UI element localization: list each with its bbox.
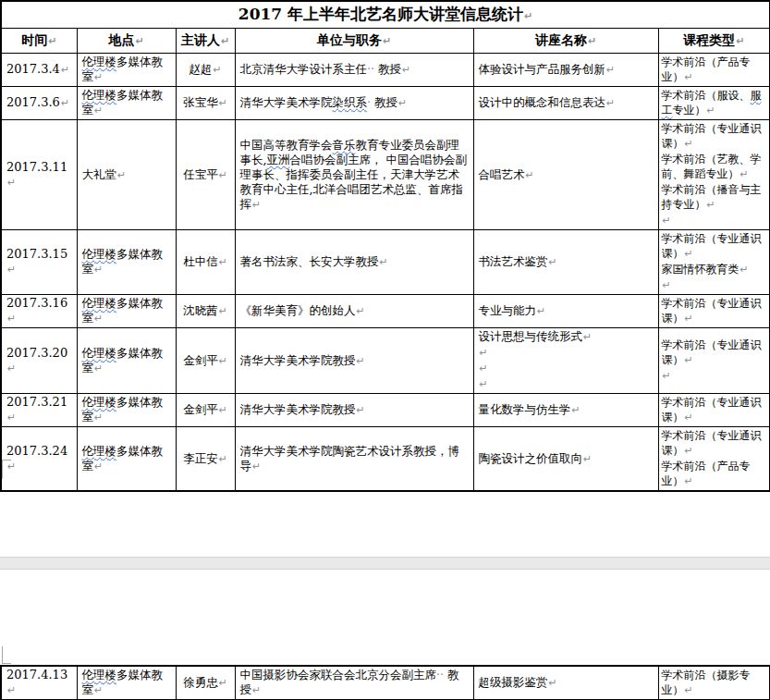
cell-time[interactable]: 2017.3.16↵ (1, 295, 77, 328)
cell-lecture[interactable]: 超级摄影鉴赏↵ (473, 666, 658, 700)
cell-course[interactable]: 学术前沿（服设、服工专业）↵ (658, 87, 770, 120)
cell-time[interactable]: 2017.3.24↵ (1, 427, 77, 492)
cell-time[interactable]: 2017.4.13↵ (1, 666, 77, 700)
cell-time[interactable]: 2017.3.6↵ (1, 87, 77, 120)
return-mark: ↵ (685, 411, 693, 424)
cell-place[interactable]: 伦理楼多媒体教室↵ (77, 427, 176, 492)
text-run: 清华大学美术学院 (240, 95, 333, 109)
cell-speaker[interactable]: 李正安↵ (176, 427, 235, 492)
cell-speaker[interactable]: 沈晓茜↵ (176, 295, 235, 328)
cell-speaker[interactable]: 张宝华↵ (176, 87, 235, 120)
cell-unit[interactable]: 清华大学美术学院教授↵ (235, 394, 473, 427)
return-mark: ↵ (398, 97, 407, 109)
paragraph: 著名书法家、长安大学教授↵ (240, 254, 470, 270)
cell-time[interactable]: 2017.3.15↵ (1, 230, 77, 295)
cell-course[interactable]: 学术前沿（专业通识课）↵学术前沿（产品专业）↵ (658, 427, 770, 492)
paragraph: 量化数学与仿生学↵ (479, 402, 654, 418)
text-run: 2017.3.15 (6, 247, 67, 261)
text-run: 体验设计与产品服务创新 (479, 62, 606, 76)
table-header-row: 时间↵地点↵主讲人↵单位与职务↵讲座名称↵课程类型↵ (1, 29, 770, 54)
cell-unit[interactable]: 中国高等教育学会音乐教育专业委员会副理事长,亚洲合唱协会副主席， 中国合唱协会副… (235, 120, 473, 230)
return-mark: ↵ (685, 138, 693, 150)
cell-course[interactable]: 学术前沿（专业通识课）↵↵ (658, 328, 770, 394)
paragraph: 伦理楼多媒体教室↵ (82, 668, 172, 698)
cell-place[interactable]: 伦理楼多媒体教室↵ (77, 230, 176, 295)
text-run: 学术前沿（摄影专业） (662, 669, 751, 696)
text-boundary-mark-top (2, 460, 11, 479)
paragraph: 伦理楼多媒体教室↵ (82, 346, 172, 376)
cell-lecture[interactable]: 体验设计与产品服务创新↵ (473, 54, 658, 87)
text-run: 李正安 (183, 451, 218, 465)
return-mark: ↵ (94, 71, 103, 83)
return-mark: ↵ (685, 313, 693, 325)
cell-lecture[interactable]: 陶瓷设计之价值取向↵ (473, 427, 658, 492)
cell-time[interactable]: 2017.3.4↵ (1, 54, 77, 87)
text-run: 2017.3.6 (6, 95, 60, 109)
paragraph: ↵ (662, 277, 767, 293)
cell-course[interactable]: 学术前沿（专业通识课）↵ (658, 394, 770, 427)
cell-unit[interactable]: 著名书法家、长安大学教授↵ (235, 230, 473, 295)
text-run: 教授 (378, 62, 401, 76)
return-mark: ↵ (663, 370, 671, 382)
text-run: 家国情怀教育类 (662, 263, 739, 276)
column-header-course[interactable]: 课程类型↵ (658, 29, 770, 54)
paragraph: 2017.3.16↵ (6, 296, 73, 326)
cell-unit[interactable]: 北京清华大学设计系主任·· 教授↵ (235, 54, 473, 87)
cell-unit[interactable]: 中国摄影协会家联合会北京分会副主席·· 教授↵ (235, 666, 473, 700)
cell-lecture[interactable]: 设计思想与传统形式↵↵↵↵ (473, 328, 658, 394)
return-mark: ↵ (357, 355, 365, 367)
cell-course[interactable]: 学术前沿（产品专业）↵ (658, 54, 770, 87)
column-header-place[interactable]: 地点↵ (77, 29, 176, 54)
cell-place[interactable]: 伦理楼多媒体教室↵ (77, 54, 176, 87)
return-mark: ↵ (94, 264, 103, 276)
cell-speaker[interactable]: 任宝平↵ (176, 120, 235, 230)
cell-lecture[interactable]: 专业与能力↵ (473, 295, 658, 328)
cell-place[interactable]: 伦理楼多媒体教室↵ (77, 666, 176, 700)
spellcheck-flagged-text: 伦理楼 (82, 296, 117, 310)
column-header-unit[interactable]: 单位与职务↵ (235, 29, 473, 54)
text-run: 学术前沿（服设、 (662, 89, 751, 102)
cell-place[interactable]: 伦理楼多媒体教室↵ (77, 87, 176, 120)
main-table-body: 2017 年上半年北艺名师大讲堂信息统计↵时间↵地点↵主讲人↵单位与职务↵讲座名… (1, 1, 770, 491)
cell-speaker[interactable]: 徐勇忠↵ (176, 666, 235, 700)
cell-speaker[interactable]: 杜中信↵ (176, 230, 235, 295)
text-run: 学术前沿（专业通识课） (662, 232, 762, 260)
cell-course[interactable]: 学术前沿（专业通识课）↵家国情怀教育类↵↵ (658, 230, 770, 295)
return-mark: ↵ (221, 35, 229, 47)
cell-place[interactable]: 伦理楼多媒体教室↵ (77, 295, 176, 328)
cell-unit[interactable]: 《新华美育》的创始人↵ (235, 295, 473, 328)
cell-unit[interactable]: 清华大学美术学院陶瓷艺术设计系教授，博导↵ (235, 427, 473, 492)
cell-time[interactable]: 2017.3.21↵ (1, 394, 77, 427)
cell-lecture[interactable]: 合唱艺术↵ (473, 120, 658, 230)
cell-place[interactable]: 伦理楼多媒体教室↵ (77, 328, 176, 394)
cell-time[interactable]: 2017.3.20↵ (1, 328, 77, 394)
text-run: 2017.3.11 (6, 160, 67, 174)
cell-place[interactable]: 伦理楼多媒体教室↵ (77, 394, 176, 427)
paragraph: 中国高等教育学会音乐教育专业委员会副理事长,亚洲合唱协会副主席， 中国合唱协会副… (240, 138, 470, 213)
paragraph: ↵ (479, 376, 654, 392)
text-run: 2017.3.24 (6, 444, 67, 458)
cell-lecture[interactable]: 量化数学与仿生学↵ (473, 394, 658, 427)
paragraph: 杜中信↵ (180, 254, 231, 270)
column-header-time[interactable]: 时间↵ (1, 29, 77, 54)
cell-place[interactable]: 大礼堂↵ (77, 120, 176, 230)
table-row: 2017.3.4↵伦理楼多媒体教室↵赵超↵北京清华大学设计系主任·· 教授↵体验… (1, 54, 770, 87)
cell-lecture[interactable]: 设计中的概念和信息表达↵ (473, 87, 658, 120)
cell-speaker[interactable]: 赵超↵ (176, 54, 235, 87)
paragraph: 学术前沿（专业通识课）↵ (662, 231, 767, 262)
cell-speaker[interactable]: 金剑平↵ (176, 394, 235, 427)
cell-speaker[interactable]: 金剑平↵ (176, 328, 235, 394)
cell-time[interactable]: 2017.3.11↵ (1, 120, 77, 230)
return-mark: ↵ (583, 331, 592, 343)
cell-course[interactable]: 学术前沿（专业通识课）↵ (658, 295, 770, 328)
table-title[interactable]: 2017 年上半年北艺名师大讲堂信息统计↵ (1, 1, 770, 29)
cell-unit[interactable]: 清华大学美术学院教授↵ (235, 328, 473, 394)
column-header-speaker[interactable]: 主讲人↵ (176, 29, 235, 54)
paragraph: 陶瓷设计之价值取向↵ (479, 451, 654, 467)
cell-lecture[interactable]: 书法艺术鉴赏↵ (473, 230, 658, 295)
cell-unit[interactable]: 清华大学美术学院染织系· 教授↵ (235, 87, 473, 120)
cell-course[interactable]: 学术前沿（摄影专业）↵ (658, 666, 770, 700)
column-header-lecture[interactable]: 讲座名称↵ (473, 29, 658, 54)
cell-course[interactable]: 学术前沿（专业通识课）↵学术前沿（艺教、学前、舞蹈专业）↵学术前沿（播音与主持专… (658, 120, 770, 230)
paragraph: 学术前沿（产品专业）↵ (662, 459, 767, 489)
